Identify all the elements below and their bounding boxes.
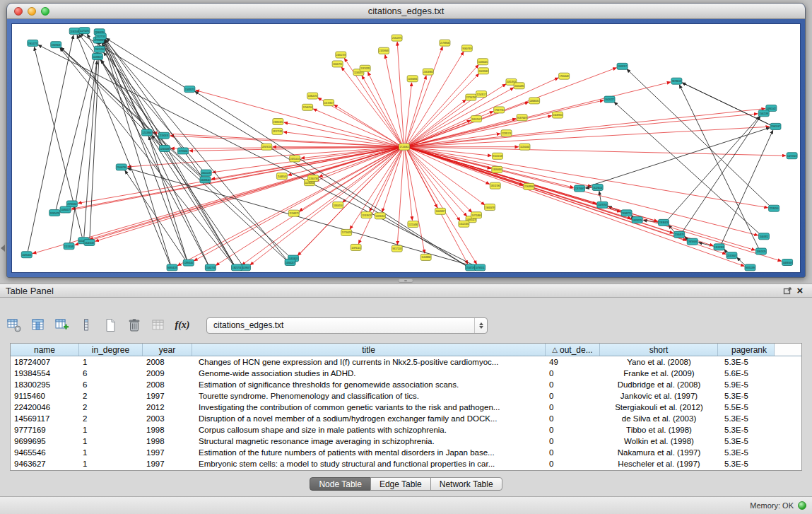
table-cell[interactable]: Estimation of significance thresholds fo… [192, 379, 546, 390]
table-cell[interactable]: Estimation of the future numbers of pati… [192, 447, 546, 458]
column-header-pagerank[interactable]: pagerank [718, 344, 775, 356]
create-column-button[interactable] [54, 317, 71, 334]
table-cell[interactable]: 49 [546, 356, 600, 368]
table-cell[interactable]: 14569117 [11, 413, 79, 424]
table-cell[interactable]: 9463627 [11, 458, 79, 469]
table-cell[interactable]: 1 [79, 424, 143, 436]
table-cell[interactable]: 1997 [143, 390, 192, 402]
table-cell[interactable]: 0 [546, 424, 600, 436]
table-cell[interactable]: 2 [79, 413, 143, 424]
table-cell[interactable]: Embryonic stem cells: a model to study s… [192, 458, 546, 469]
show-columns-button[interactable] [30, 317, 47, 334]
table-cell[interactable]: 6 [79, 379, 143, 390]
table-cell[interactable]: 5.3E-5 [718, 424, 775, 436]
table-cell[interactable]: 2012 [143, 402, 192, 413]
table-cell[interactable]: 5.3E-5 [718, 413, 775, 424]
column-header-title[interactable]: title [192, 344, 546, 356]
collapse-handle-icon[interactable] [1, 245, 5, 252]
delete-table-button[interactable] [126, 317, 143, 334]
table-cell[interactable]: Tibbo et al. (1998) [600, 424, 718, 436]
table-cell[interactable]: 5.3E-5 [718, 390, 775, 402]
network-canvas[interactable]: 1020004491151531849068421908866185321961… [11, 23, 801, 273]
table-cell[interactable]: 0 [546, 368, 600, 379]
table-cell[interactable]: 0 [546, 390, 600, 402]
table-cell[interactable]: 6 [79, 368, 143, 379]
table-cell[interactable]: 9777169 [11, 424, 79, 436]
tab-edge-table[interactable]: Edge Table [370, 477, 431, 491]
table-cell[interactable]: Genome-wide association studies in ADHD. [192, 368, 546, 379]
tab-network-table[interactable]: Network Table [430, 477, 502, 491]
close-button[interactable] [14, 7, 23, 16]
table-cell[interactable]: 0 [546, 402, 600, 413]
table-cell[interactable]: 9115460 [11, 390, 79, 402]
table-cell[interactable]: 18300295 [11, 379, 79, 390]
table-cell[interactable]: 5.3E-5 [718, 356, 775, 368]
table-row[interactable]: 911546021997Tourette syndrome. Phenomeno… [11, 390, 801, 402]
column-header-year[interactable]: year [143, 344, 192, 356]
table-cell[interactable]: 5.3E-5 [718, 436, 775, 447]
close-panel-button[interactable]: × [794, 285, 806, 296]
table-cell[interactable]: 9699695 [11, 436, 79, 447]
table-cell[interactable]: 1 [79, 436, 143, 447]
table-cell[interactable]: Dudbridge et al. (2008) [600, 379, 718, 390]
splitter-grip[interactable] [398, 279, 413, 283]
table-row[interactable]: 969969511998Structural magnetic resonanc… [11, 436, 801, 447]
table-cell[interactable]: 5.9E-5 [718, 379, 775, 390]
window-titlebar[interactable]: citations_edges.txt [7, 4, 805, 19]
table-cell[interactable]: Franke et al. (2009) [600, 368, 718, 379]
table-cell[interactable]: 2008 [143, 379, 192, 390]
table-cell[interactable]: 1997 [143, 458, 192, 469]
table-cell[interactable]: Yano et al. (2008) [600, 356, 718, 368]
table-cell[interactable]: 1 [79, 458, 143, 469]
column-header-short[interactable]: short [600, 344, 718, 356]
table-cell[interactable]: 2008 [143, 356, 192, 368]
tab-node-table[interactable]: Node Table [310, 477, 371, 491]
table-cell[interactable]: 1 [79, 447, 143, 458]
table-cell[interactable]: 22420046 [11, 402, 79, 413]
float-panel-button[interactable] [781, 285, 794, 296]
table-cell[interactable]: Disruption of a novel member of a sodium… [192, 413, 546, 424]
table-selector[interactable]: citations_edges.txt [206, 317, 488, 334]
table-cell[interactable]: 1997 [143, 447, 192, 458]
table-cell[interactable]: 5.3E-5 [718, 458, 775, 469]
table-cell[interactable]: Corpus callosum shape and size in male p… [192, 424, 546, 436]
minimize-button[interactable] [28, 7, 36, 16]
function-builder-button[interactable]: f(x) [174, 317, 191, 334]
table-cell[interactable]: 1 [79, 356, 143, 368]
table-cell[interactable]: 1998 [143, 436, 192, 447]
table-row[interactable]: 977716911998Corpus callosum shape and si… [11, 424, 801, 436]
table-cell[interactable]: 0 [546, 413, 600, 424]
table-row[interactable]: 946554611997Estimation of the future num… [11, 447, 801, 458]
table-row[interactable]: 1830029562008Estimation of significance … [11, 379, 801, 390]
table-cell[interactable]: Stergiakouli et al. (2012) [600, 402, 718, 413]
column-header-out-degree[interactable]: △ out_de... [546, 344, 600, 356]
table-cell[interactable]: Changes of HCN gene expression and I(f) … [192, 356, 546, 368]
table-cell[interactable]: Wolkin et al. (1998) [600, 436, 718, 447]
table-cell[interactable]: 0 [546, 379, 600, 390]
table-cell[interactable]: 2 [79, 390, 143, 402]
table-cell[interactable]: Jankovic et al. (1997) [600, 390, 718, 402]
table-cell[interactable]: 2 [79, 402, 143, 413]
import-table-button[interactable] [150, 317, 167, 334]
table-cell[interactable]: 5.3E-5 [718, 447, 775, 458]
table-cell[interactable]: Structural magnetic resonance image aver… [192, 436, 546, 447]
table-cell[interactable]: 0 [546, 447, 600, 458]
table-cell[interactable]: 0 [546, 436, 600, 447]
table-row[interactable]: 2242004622012Investigating the contribut… [11, 402, 801, 413]
table-cell[interactable]: 18724007 [11, 356, 79, 368]
column-header-in-degree[interactable]: in_degree [79, 344, 143, 356]
delete-column-button[interactable] [78, 317, 95, 334]
zoom-button[interactable] [41, 7, 49, 16]
table-row[interactable]: 1456911722003Disruption of a novel membe… [11, 413, 801, 424]
table-mode-button[interactable] [6, 317, 23, 334]
table-cell[interactable]: 5.6E-5 [718, 368, 775, 379]
table-cell[interactable]: 0 [546, 458, 600, 469]
table-cell[interactable]: 1998 [143, 424, 192, 436]
table-cell[interactable]: 5.5E-5 [718, 402, 775, 413]
table-row[interactable]: 946362711997Embryonic stem cells: a mode… [11, 458, 801, 469]
table-row[interactable]: 1938455462009Genome-wide association stu… [11, 368, 801, 379]
table-cell[interactable]: 2009 [143, 368, 192, 379]
new-table-button[interactable] [102, 317, 119, 334]
table-cell[interactable]: Nakamura et al. (1997) [600, 447, 718, 458]
table-cell[interactable]: Hescheler et al. (1997) [600, 458, 718, 469]
